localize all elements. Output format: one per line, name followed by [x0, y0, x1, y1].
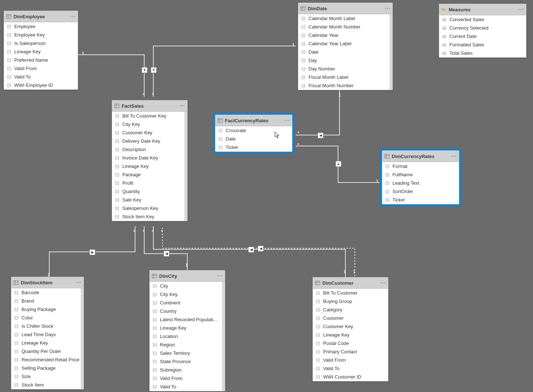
field-row[interactable]: Preferred Name — [4, 56, 78, 64]
field-row[interactable]: Sale Key — [112, 196, 187, 204]
field-row[interactable]: Sales Territory — [150, 349, 225, 357]
table-factcurrencyrates[interactable]: FactCurrencyRates ··· CrossrateDateTicke… — [215, 115, 292, 152]
field-row[interactable]: Date — [298, 48, 392, 56]
field-row[interactable]: Bill To Customer Key — [112, 112, 187, 120]
field-row[interactable]: Quantity — [112, 187, 187, 196]
field-row[interactable]: Package — [112, 170, 187, 179]
table-header[interactable]: Measures ··· — [439, 4, 526, 15]
field-row[interactable]: Fiscal Month Number — [298, 81, 392, 90]
field-row[interactable]: FullName — [382, 170, 459, 179]
table-header[interactable]: FactSales ··· — [112, 100, 187, 112]
field-row[interactable]: Ticker — [215, 143, 292, 151]
table-menu-icon[interactable]: ··· — [518, 7, 524, 12]
table-dimemployee[interactable]: DimEmployee ··· EmployeeEmployee KeyIs S… — [4, 11, 78, 90]
table-menu-icon[interactable]: ··· — [217, 273, 223, 279]
table-dimcity[interactable]: DimCity ··· CityCity KeyContinentCountry… — [149, 270, 225, 391]
field-row[interactable]: SortOrder — [382, 187, 459, 196]
field-row[interactable]: Valid From — [4, 64, 78, 73]
field-row[interactable]: Lineage Key — [112, 162, 187, 170]
table-factsales[interactable]: FactSales ··· Bill To Customer KeyCity K… — [112, 100, 188, 221]
table-menu-icon[interactable]: ··· — [385, 5, 390, 11]
field-row[interactable]: Selling Package — [11, 364, 84, 372]
field-row[interactable]: Stock Item — [11, 381, 84, 389]
table-header[interactable]: FactCurrencyRates ··· — [215, 115, 292, 126]
field-row[interactable]: Salesperson Key — [112, 204, 187, 212]
field-row[interactable]: Latest Recorded Populati... — [150, 315, 225, 324]
field-row[interactable]: Delivery Date Key — [112, 137, 187, 145]
field-row[interactable]: Size — [11, 372, 84, 381]
field-row[interactable]: Bill To Customer — [313, 289, 388, 297]
field-row[interactable]: Valid To — [313, 364, 388, 373]
field-row[interactable]: City — [150, 282, 225, 290]
field-row[interactable]: Is Chiller Stock — [11, 322, 84, 330]
field-row[interactable]: Calendar Month Label — [298, 14, 392, 23]
field-row[interactable]: Profit — [112, 179, 187, 187]
field-row[interactable]: Customer Key — [313, 322, 388, 331]
field-row[interactable]: State Province — [150, 357, 225, 366]
field-row[interactable]: City Key — [112, 120, 187, 128]
field-row[interactable]: Total Sales — [439, 49, 526, 57]
field-row[interactable]: Lead Time Days — [11, 330, 84, 339]
field-row[interactable]: Valid To — [4, 73, 78, 81]
field-row[interactable]: Leading Text — [382, 179, 459, 187]
field-row[interactable]: Primary Contact — [313, 347, 388, 356]
field-row[interactable]: Calendar Month Number — [298, 23, 392, 31]
field-row[interactable]: Subregion — [150, 366, 225, 374]
field-row[interactable]: Ticker — [382, 196, 459, 204]
field-row[interactable]: Customer — [313, 314, 388, 322]
field-row[interactable]: WWI Customer ID — [313, 373, 388, 381]
field-row[interactable]: Customer Key — [112, 128, 187, 137]
field-row[interactable]: Quantity Per Outer — [11, 347, 84, 356]
field-row[interactable]: Country — [150, 307, 225, 315]
table-menu-icon[interactable]: ··· — [284, 118, 290, 123]
field-row[interactable]: Lineage Key — [313, 331, 388, 339]
table-dimstockitem[interactable]: DimStockItem ··· BarcodeBrandBuying Pack… — [11, 277, 84, 389]
table-menu-icon[interactable]: ··· — [451, 153, 457, 159]
model-canvas[interactable]: ▼ ▼ ◀ ▲ ▶ ◀ ◀ ◀ 1 * * 1 1 * * 1 * * * * … — [0, 0, 533, 392]
field-row[interactable]: Employee — [4, 22, 78, 31]
table-menu-icon[interactable]: ··· — [76, 280, 81, 285]
table-header[interactable]: DimCustomer ··· — [313, 277, 388, 289]
field-row[interactable]: Description — [112, 145, 187, 154]
table-header[interactable]: DimCity ··· — [150, 270, 225, 282]
field-row[interactable]: Stock Item Key — [112, 212, 187, 221]
table-menu-icon[interactable]: ··· — [70, 14, 76, 19]
field-row[interactable]: Crossrate — [215, 126, 292, 135]
table-header[interactable]: DimDate ··· — [298, 3, 392, 14]
field-row[interactable]: Fiscal Month Label — [298, 73, 392, 81]
field-row[interactable]: Invoice Date Key — [112, 154, 187, 162]
field-row[interactable]: Valid To — [150, 383, 225, 391]
field-row[interactable]: Employee Key — [4, 31, 78, 39]
table-header[interactable]: DimEmployee ··· — [4, 11, 78, 22]
field-row[interactable]: Is Salesperson — [4, 39, 78, 47]
field-row[interactable]: Calendar Year Label — [298, 39, 392, 48]
field-row[interactable]: Calendar Year — [298, 31, 392, 39]
field-row[interactable]: Formatted Sales — [439, 41, 526, 49]
field-row[interactable]: Recommended Retail Price — [11, 356, 84, 364]
field-row[interactable]: Continent — [150, 299, 225, 307]
field-row[interactable]: Region — [150, 341, 225, 349]
table-dimcustomer[interactable]: DimCustomer ··· Bill To CustomerBuying G… — [312, 277, 388, 381]
field-row[interactable]: Color — [11, 314, 84, 322]
field-row[interactable]: Buying Package — [11, 305, 84, 314]
field-row[interactable]: Location — [150, 332, 225, 341]
field-row[interactable]: Lineage Key — [11, 339, 84, 347]
field-row[interactable]: Lineage Key — [150, 324, 225, 332]
table-dimcurrencyrates[interactable]: DimCurrencyRates ··· FormatFullNameLeadi… — [382, 150, 459, 204]
table-menu-icon[interactable]: ··· — [380, 280, 386, 286]
table-header[interactable]: DimStockItem ··· — [11, 277, 84, 288]
table-menu-icon[interactable]: ··· — [180, 103, 185, 109]
field-row[interactable]: Day — [298, 56, 392, 65]
field-row[interactable]: Category — [313, 305, 388, 314]
field-row[interactable]: Currency Selected — [439, 24, 526, 32]
field-row[interactable]: Lineage Key — [4, 47, 78, 56]
field-row[interactable]: Valid From — [313, 356, 388, 364]
field-row[interactable]: Current Date — [439, 32, 526, 41]
field-row[interactable]: Valid From — [150, 374, 225, 383]
field-row[interactable]: Converted Sales — [439, 15, 526, 24]
field-row[interactable]: Barcode — [11, 288, 84, 297]
field-row[interactable]: Day Number — [298, 65, 392, 73]
field-row[interactable]: WWI Employee ID — [4, 81, 78, 89]
field-row[interactable]: Postal Code — [313, 339, 388, 347]
field-row[interactable]: Buying Group — [313, 297, 388, 305]
